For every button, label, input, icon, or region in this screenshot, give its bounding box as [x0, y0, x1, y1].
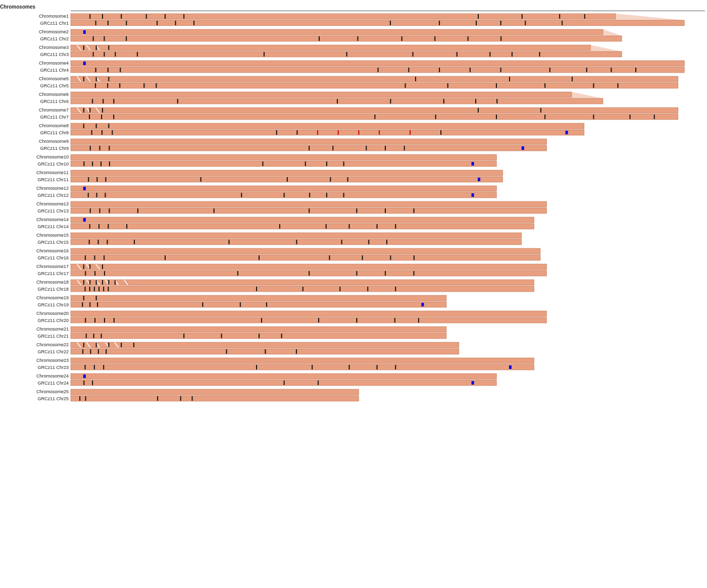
chromosome-pair-10: Chromosome10GRCz11 Chr10	[0, 153, 705, 168]
svg-rect-148	[96, 124, 97, 128]
svg-rect-201	[347, 177, 348, 182]
svg-rect-14	[108, 21, 109, 25]
svg-rect-356	[93, 334, 94, 338]
svg-rect-314	[98, 287, 99, 291]
svg-rect-317	[256, 287, 257, 291]
svg-rect-348	[394, 318, 395, 323]
chr-top-label-3: Chromosome3	[0, 44, 69, 51]
svg-rect-53	[115, 52, 116, 57]
chr-bot-label-10: GRCz11 Chr10	[0, 161, 69, 168]
svg-rect-165	[71, 139, 546, 144]
svg-rect-68	[108, 68, 109, 72]
svg-rect-32	[126, 36, 127, 41]
svg-rect-274	[414, 255, 415, 260]
svg-rect-67	[95, 68, 96, 72]
svg-rect-152	[112, 130, 113, 135]
svg-rect-77	[611, 68, 612, 72]
svg-rect-246	[83, 218, 86, 222]
chr-track-24	[71, 372, 705, 387]
chr-track-19	[71, 294, 705, 308]
svg-rect-418	[192, 396, 193, 401]
svg-rect-375	[121, 343, 122, 347]
chr-top-label-10: Chromosome10	[0, 154, 69, 161]
svg-rect-308	[102, 280, 103, 285]
svg-rect-3	[89, 14, 90, 19]
svg-rect-253	[98, 240, 99, 244]
svg-rect-272	[362, 255, 363, 260]
svg-rect-359	[221, 334, 222, 338]
svg-rect-310	[115, 280, 116, 285]
svg-rect-155	[317, 130, 318, 135]
svg-rect-18	[193, 21, 194, 25]
svg-rect-188	[343, 162, 344, 166]
svg-rect-208	[88, 193, 89, 197]
svg-rect-193	[71, 170, 503, 176]
svg-rect-209	[96, 193, 97, 197]
chr-shape-9	[71, 138, 705, 152]
svg-rect-372	[83, 343, 84, 347]
chr-track-14	[71, 216, 705, 230]
svg-rect-37	[468, 36, 469, 41]
chromosome-pair-13: Chromosome13GRCz11 Chr13	[0, 200, 705, 215]
svg-rect-250	[71, 233, 522, 238]
svg-rect-36	[434, 36, 435, 41]
chr-bot-label-9: GRCz11 Chr9	[0, 145, 69, 152]
chromosome-pair-6: Chromosome6GRCz11 Chr6	[0, 91, 705, 105]
svg-rect-110	[92, 99, 93, 103]
chr-track-11	[71, 169, 705, 183]
svg-rect-72	[439, 68, 440, 72]
svg-rect-171	[332, 146, 333, 150]
svg-rect-393	[312, 365, 313, 369]
svg-rect-132	[89, 115, 90, 119]
svg-rect-84	[71, 83, 678, 88]
svg-rect-412	[71, 389, 359, 395]
chr-top-label-23: Chromosome23	[0, 357, 69, 364]
svg-rect-97	[143, 83, 144, 88]
chr-shape-20	[71, 310, 705, 324]
chr-track-18	[71, 279, 705, 293]
chr-bot-label-4: GRCz11 Chr4	[0, 67, 69, 74]
svg-rect-225	[109, 208, 110, 213]
svg-rect-186	[305, 162, 306, 166]
svg-rect-59	[489, 52, 490, 57]
svg-rect-22	[500, 21, 501, 25]
svg-rect-229	[356, 208, 357, 213]
chr-top-label-4: Chromosome4	[0, 60, 69, 67]
svg-rect-223	[90, 208, 91, 213]
svg-rect-381	[226, 349, 227, 354]
svg-rect-312	[89, 287, 90, 291]
chr-shape-1	[71, 13, 705, 27]
svg-rect-382	[265, 349, 266, 354]
chr-track-7	[71, 106, 705, 121]
svg-rect-181	[83, 162, 84, 166]
svg-rect-292	[385, 271, 386, 276]
svg-rect-134	[113, 115, 114, 119]
svg-rect-73	[470, 68, 471, 72]
chr-bot-label-21: GRCz11 Chr21	[0, 333, 69, 340]
chr-bot-label-24: GRCz11 Chr24	[0, 380, 69, 387]
svg-rect-9	[478, 14, 479, 19]
svg-rect-11	[559, 14, 560, 19]
chr-track-15	[71, 232, 705, 246]
svg-rect-130	[478, 108, 479, 113]
svg-rect-207	[71, 192, 496, 198]
chr-shape-7	[71, 106, 705, 121]
svg-rect-341	[85, 318, 86, 323]
svg-rect-153	[276, 130, 277, 135]
svg-rect-174	[404, 146, 405, 150]
chr-shape-8	[71, 122, 705, 136]
svg-rect-150	[91, 130, 92, 135]
chromosome-pair-23: Chromosome23GRCz11 Chr23	[0, 357, 705, 371]
svg-rect-266	[85, 255, 86, 260]
svg-rect-404	[92, 381, 93, 385]
svg-rect-93	[572, 77, 573, 81]
svg-rect-17	[175, 21, 176, 25]
svg-rect-170	[309, 146, 310, 150]
chr-bot-label-7: GRCz11 Chr7	[0, 114, 69, 121]
svg-rect-228	[309, 208, 310, 213]
svg-rect-15	[126, 21, 127, 25]
svg-rect-241	[279, 224, 280, 229]
chr-bot-label-3: GRCz11 Chr3	[0, 51, 69, 58]
svg-rect-136	[435, 115, 436, 119]
svg-rect-23	[525, 21, 526, 25]
